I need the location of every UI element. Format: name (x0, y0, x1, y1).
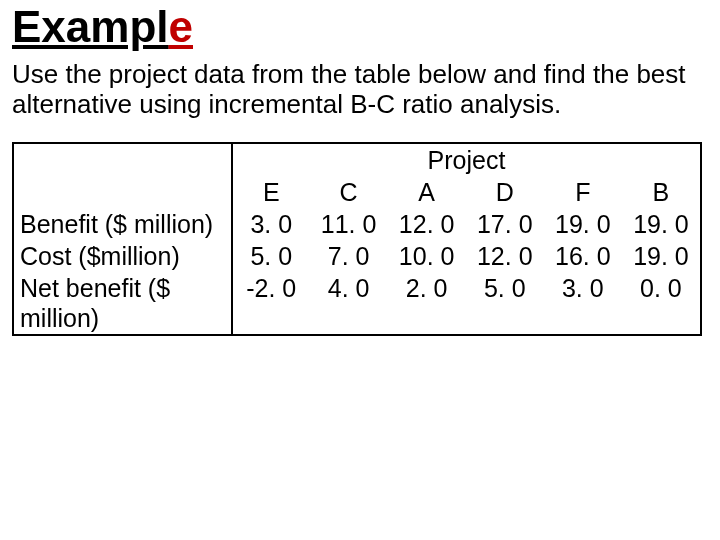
header-blank (13, 143, 232, 176)
cell: 17. 0 (466, 208, 544, 240)
project-group-header: Project (232, 143, 701, 176)
slide-title: Example (12, 4, 708, 50)
col-header: F (544, 176, 622, 208)
cell: 3. 0 (232, 208, 310, 240)
header-blank-2 (13, 176, 232, 208)
cell: -2. 0 (232, 272, 310, 335)
table-header-group-row: Project (13, 143, 701, 176)
col-header: E (232, 176, 310, 208)
slide: Example Use the project data from the ta… (0, 0, 720, 336)
cell: 19. 0 (622, 208, 701, 240)
row-label: Benefit ($ million) (13, 208, 232, 240)
cell: 0. 0 (622, 272, 701, 335)
table-row: Cost ($million) 5. 0 7. 0 10. 0 12. 0 16… (13, 240, 701, 272)
row-label: Cost ($million) (13, 240, 232, 272)
cell: 5. 0 (232, 240, 310, 272)
cell: 7. 0 (310, 240, 388, 272)
cell: 5. 0 (466, 272, 544, 335)
table-row: Benefit ($ million) 3. 0 11. 0 12. 0 17.… (13, 208, 701, 240)
table-row: Net benefit ($ million) -2. 0 4. 0 2. 0 … (13, 272, 701, 335)
cell: 11. 0 (310, 208, 388, 240)
cell: 19. 0 (544, 208, 622, 240)
col-header: D (466, 176, 544, 208)
cell: 12. 0 (388, 208, 466, 240)
cell: 2. 0 (388, 272, 466, 335)
project-data-table: Project E C A D F B Benefit ($ million) … (12, 142, 702, 336)
cell: 3. 0 (544, 272, 622, 335)
cell: 19. 0 (622, 240, 701, 272)
title-main: Exampl (12, 2, 169, 51)
cell: 10. 0 (388, 240, 466, 272)
cell: 12. 0 (466, 240, 544, 272)
cell: 16. 0 (544, 240, 622, 272)
col-header: C (310, 176, 388, 208)
table-columns-row: E C A D F B (13, 176, 701, 208)
row-label: Net benefit ($ million) (13, 272, 232, 335)
cell: 4. 0 (310, 272, 388, 335)
col-header: B (622, 176, 701, 208)
problem-statement: Use the project data from the table belo… (12, 60, 708, 120)
title-accent: e (169, 2, 193, 51)
col-header: A (388, 176, 466, 208)
